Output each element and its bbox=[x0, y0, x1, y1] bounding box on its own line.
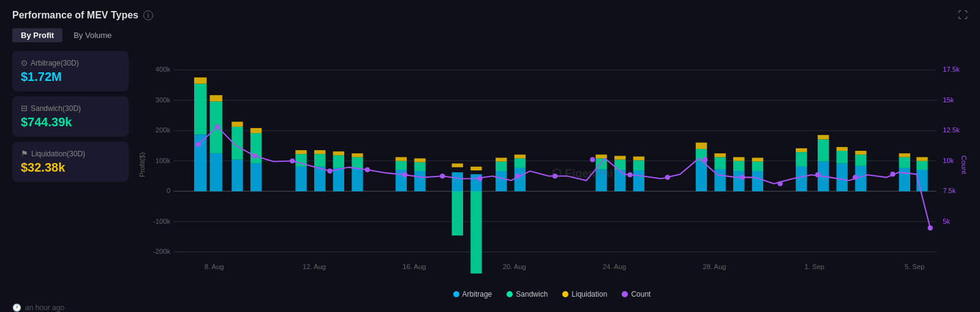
svg-rect-51 bbox=[333, 155, 344, 168]
clock-icon: 🕐 bbox=[12, 303, 21, 312]
svg-text:24. Aug: 24. Aug bbox=[603, 263, 626, 270]
header: Performance of MEV Types i ⛶ bbox=[12, 10, 968, 21]
watermark: ⬡ EigenPhi bbox=[552, 167, 613, 180]
timestamp: an hour ago bbox=[25, 303, 64, 312]
svg-rect-46 bbox=[295, 150, 306, 154]
svg-rect-34 bbox=[194, 77, 206, 83]
count-dot bbox=[665, 175, 670, 180]
svg-text:15k: 15k bbox=[943, 96, 954, 104]
svg-rect-90 bbox=[733, 161, 744, 172]
legend-count: Count bbox=[622, 290, 650, 299]
count-dot bbox=[402, 172, 407, 177]
arbitrage-card: ⊙ Arbitrage(30D) $1.72M bbox=[12, 51, 129, 91]
svg-rect-71 bbox=[514, 168, 526, 191]
svg-text:-200k: -200k bbox=[153, 248, 170, 255]
svg-rect-40 bbox=[232, 122, 243, 127]
bar-group-18 bbox=[696, 143, 707, 191]
svg-rect-48 bbox=[314, 154, 325, 167]
svg-text:5k: 5k bbox=[943, 218, 950, 225]
count-dot bbox=[590, 157, 595, 162]
svg-rect-83 bbox=[696, 162, 707, 191]
legend-dot-sandwich bbox=[507, 291, 513, 297]
bar-group-19 bbox=[714, 153, 725, 191]
svg-rect-58 bbox=[396, 157, 407, 161]
svg-rect-54 bbox=[352, 157, 363, 169]
svg-rect-50 bbox=[333, 168, 344, 191]
bar-group-10 bbox=[414, 158, 425, 191]
bar-group-6 bbox=[314, 150, 325, 191]
bar-group-20 bbox=[733, 157, 744, 191]
title-row: Performance of MEV Types i bbox=[12, 10, 153, 21]
svg-rect-102 bbox=[837, 151, 848, 164]
count-dot bbox=[853, 175, 858, 180]
svg-rect-67 bbox=[470, 167, 481, 170]
svg-rect-96 bbox=[796, 152, 807, 167]
count-dot bbox=[215, 124, 220, 129]
bar-group-23 bbox=[818, 135, 829, 191]
bar-group-21 bbox=[752, 158, 763, 191]
bar-group-24 bbox=[837, 147, 848, 191]
svg-rect-64 bbox=[452, 164, 463, 167]
svg-rect-95 bbox=[796, 167, 807, 191]
page-title: Performance of MEV Types bbox=[12, 10, 138, 21]
sandwich-icon: ⊟ bbox=[21, 104, 28, 113]
bar-group-17 bbox=[633, 156, 644, 191]
legend-liquidation: Liquidation bbox=[562, 290, 607, 299]
legend-arbitrage: Arbitrage bbox=[453, 290, 492, 299]
svg-rect-55 bbox=[352, 153, 363, 157]
svg-rect-35 bbox=[209, 153, 222, 191]
bar-group-22 bbox=[796, 148, 807, 191]
liquidation-card: ⚑ Liquidation(30D) $32.38k bbox=[12, 142, 129, 182]
sandwich-card: ⊟ Sandwich(30D) $744.39k bbox=[12, 96, 129, 137]
svg-text:5. Sep: 5. Sep bbox=[905, 263, 924, 270]
bar-group-27 bbox=[916, 157, 927, 191]
svg-text:10k: 10k bbox=[943, 157, 954, 164]
svg-text:300k: 300k bbox=[156, 96, 171, 104]
info-icon[interactable]: i bbox=[143, 10, 153, 20]
count-dot bbox=[290, 158, 295, 163]
svg-rect-38 bbox=[232, 159, 243, 191]
svg-text:400k: 400k bbox=[156, 66, 171, 73]
bar-group-1 bbox=[194, 77, 206, 191]
svg-rect-103 bbox=[837, 147, 848, 151]
tab-by-volume[interactable]: By Volume bbox=[65, 28, 120, 42]
svg-rect-106 bbox=[855, 151, 866, 154]
svg-rect-79 bbox=[614, 156, 625, 159]
bar-group-13 bbox=[496, 158, 507, 191]
chart-area: 400k 300k 200k 100k 0 -100k -200k Profit… bbox=[136, 51, 968, 299]
svg-rect-85 bbox=[696, 143, 707, 149]
legend-dot-liquidation bbox=[562, 291, 568, 297]
svg-text:-100k: -100k bbox=[153, 218, 170, 225]
svg-rect-94 bbox=[752, 158, 763, 161]
svg-text:Count: Count bbox=[960, 156, 968, 175]
bar-group-7 bbox=[333, 151, 344, 191]
bar-group-3 bbox=[232, 122, 243, 192]
svg-rect-108 bbox=[899, 157, 910, 168]
svg-rect-37 bbox=[209, 95, 222, 101]
bar-group-2 bbox=[209, 95, 222, 191]
svg-rect-49 bbox=[314, 150, 325, 154]
liquidation-label: ⚑ Liquidation(30D) bbox=[21, 149, 120, 158]
liquidation-icon: ⚑ bbox=[21, 149, 28, 158]
tab-by-profit[interactable]: By Profit bbox=[12, 28, 62, 42]
bar-group-14 bbox=[514, 154, 526, 191]
bar-group-4 bbox=[251, 128, 262, 191]
svg-rect-44 bbox=[295, 167, 306, 191]
count-dot bbox=[252, 153, 257, 158]
svg-rect-111 bbox=[916, 161, 927, 170]
svg-rect-59 bbox=[414, 171, 425, 191]
expand-icon[interactable]: ⛶ bbox=[958, 10, 968, 21]
dashboard-container: Performance of MEV Types i ⛶ By Profit B… bbox=[0, 0, 980, 312]
svg-text:8. Aug: 8. Aug bbox=[205, 263, 224, 270]
svg-rect-33 bbox=[194, 84, 206, 135]
svg-rect-60 bbox=[414, 162, 425, 171]
count-dot bbox=[890, 172, 895, 177]
svg-rect-72 bbox=[514, 158, 526, 167]
svg-rect-86 bbox=[714, 169, 725, 191]
svg-rect-101 bbox=[837, 164, 848, 191]
count-dot bbox=[440, 173, 445, 178]
svg-rect-43 bbox=[251, 128, 262, 133]
bar-group-8 bbox=[352, 153, 363, 191]
count-dot bbox=[515, 173, 520, 178]
bar-group-11 bbox=[452, 164, 463, 236]
